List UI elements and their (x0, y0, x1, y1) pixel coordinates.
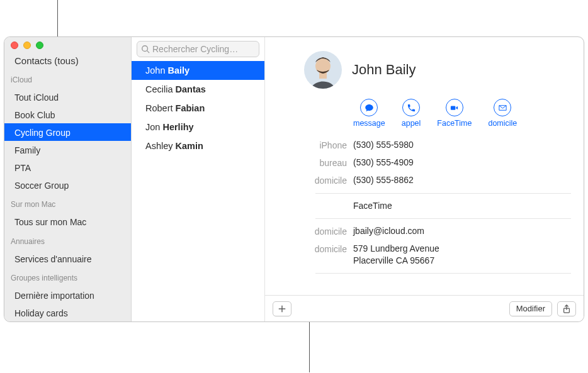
share-icon (562, 304, 571, 313)
sidebar-heading-directories: Annuaires (4, 231, 131, 250)
contacts-window: Contacts (tous) iCloud Tout iCloud Book … (4, 36, 584, 322)
list-item[interactable]: Robert Fabian (132, 99, 264, 118)
address-value[interactable]: 579 Lundberg Avenue Placerville CA 95667 (353, 243, 439, 267)
sidebar-item-soccer-group[interactable]: Soccer Group (4, 176, 131, 194)
sidebar-item-last-import[interactable]: Dernière importation (4, 286, 131, 304)
field-row-address: domicile 579 Lundberg Avenue Placerville… (278, 240, 571, 269)
contacts-list: John Baily Cecilia Dantas Robert Fabian … (132, 61, 264, 321)
sidebar: Contacts (tous) iCloud Tout iCloud Book … (4, 37, 132, 321)
minimize-window-button[interactable] (23, 42, 31, 49)
field-row-phone-home: domicile (530) 555-8862 (278, 172, 571, 189)
callout-line-top (57, 0, 58, 38)
close-window-button[interactable] (11, 42, 18, 49)
sidebar-heading-on-my-mac: Sur mon Mac (4, 194, 131, 213)
field-row-phone-work: bureau (530) 555-4909 (278, 154, 571, 172)
email-value[interactable]: jbaily@icloud.com (353, 225, 424, 237)
avatar[interactable] (304, 51, 342, 89)
contacts-list-pane: Rechercher Cycling… John Baily Cecilia D… (132, 37, 265, 321)
zoom-window-button[interactable] (36, 42, 43, 49)
bottom-toolbar: Modifier (265, 295, 584, 321)
phone-value[interactable]: (530) 555-5980 (353, 139, 414, 151)
sidebar-item-pta[interactable]: PTA (4, 159, 131, 176)
phone-icon (402, 99, 420, 116)
search-placeholder: Rechercher Cycling… (152, 44, 238, 54)
action-mail[interactable]: domicile (488, 99, 517, 128)
add-button[interactable] (273, 301, 291, 316)
svg-line-1 (147, 51, 150, 53)
svg-rect-5 (451, 106, 456, 109)
field-row-phone-iphone: iPhone (530) 555-5980 (278, 136, 571, 154)
sidebar-item-all-contacts[interactable]: Contacts (tous) (4, 50, 131, 69)
sidebar-item-book-club[interactable]: Book Club (4, 106, 131, 123)
phone-value[interactable]: (530) 555-4909 (353, 157, 414, 169)
field-row-email: domicile jbaily@icloud.com (278, 223, 571, 240)
sidebar-item-directory-services[interactable]: Services d'annuaire (4, 250, 131, 267)
action-call[interactable]: appel (402, 99, 421, 128)
list-item[interactable]: Jon Herlihy (132, 118, 264, 136)
list-item[interactable]: John Baily (132, 61, 264, 80)
list-item[interactable]: Cecilia Dantas (132, 80, 264, 99)
envelope-icon (494, 99, 511, 116)
search-field[interactable]: Rechercher Cycling… (137, 41, 259, 57)
contact-detail-pane: John Baily message appel FaceTime (265, 37, 584, 321)
message-icon (360, 99, 378, 116)
sidebar-item-holiday-cards[interactable]: Holiday cards (4, 304, 131, 321)
field-row-facetime: FaceTime (278, 198, 571, 214)
sidebar-item-tout-icloud[interactable]: Tout iCloud (4, 88, 131, 106)
action-facetime[interactable]: FaceTime (437, 99, 472, 128)
sidebar-item-family[interactable]: Family (4, 141, 131, 159)
divider (315, 218, 571, 219)
sidebar-heading-smart-groups: Groupes intelligents (4, 267, 131, 286)
list-item[interactable]: Ashley Kamin (132, 136, 264, 155)
search-icon (141, 45, 150, 53)
divider (315, 193, 571, 194)
sidebar-item-tous-sur-mon-mac[interactable]: Tous sur mon Mac (4, 213, 131, 230)
plus-icon (278, 304, 286, 313)
phone-value[interactable]: (530) 555-8862 (353, 174, 414, 186)
share-button[interactable] (557, 301, 576, 316)
svg-point-0 (142, 46, 148, 52)
contact-fields: iPhone (530) 555-5980 bureau (530) 555-4… (265, 136, 584, 277)
action-message[interactable]: message (353, 99, 385, 128)
contact-actions: message appel FaceTime domicile (265, 94, 584, 136)
facetime-value[interactable]: FaceTime (353, 200, 392, 212)
callout-line-bottom (309, 322, 310, 372)
sidebar-heading-icloud: iCloud (4, 69, 131, 88)
modify-button[interactable]: Modifier (509, 301, 552, 316)
sidebar-item-cycling-group[interactable]: Cycling Group (4, 123, 131, 141)
contact-name: John Baily (352, 62, 416, 78)
window-controls (4, 37, 131, 50)
video-icon (446, 99, 463, 116)
divider (315, 273, 571, 274)
